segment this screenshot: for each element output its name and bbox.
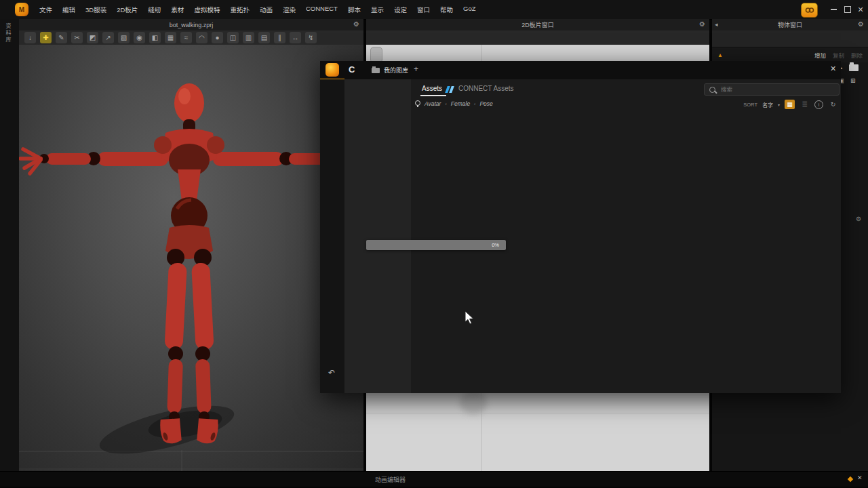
- pattern-2d-titlebar[interactable]: 2D板片窗口 ⚙: [366, 19, 709, 31]
- info-icon[interactable]: i: [814, 100, 823, 109]
- minimize-button[interactable]: [827, 0, 840, 19]
- fold-arrange-icon[interactable]: ◧: [149, 32, 161, 43]
- library-vertical-tab[interactable]: 资料库: [4, 23, 12, 43]
- animation-editor-label[interactable]: 动画编辑器: [375, 475, 406, 484]
- pen-tool-icon[interactable]: ✎: [56, 32, 67, 43]
- sphere-tool-icon[interactable]: ●: [212, 32, 223, 43]
- chevron-down-icon[interactable]: ▾: [778, 102, 780, 107]
- library-window: C 我的图库 + ✕ Assets CONNECT Assets Avatar …: [320, 61, 841, 393]
- menu-item-10[interactable]: CONNECT: [306, 5, 338, 14]
- menu-item-0[interactable]: 文件: [39, 5, 52, 14]
- menu-item-9[interactable]: 渲染: [283, 5, 296, 14]
- tab-assets[interactable]: Assets: [422, 85, 442, 92]
- sort-value[interactable]: 名字: [762, 101, 773, 108]
- property-gear-icon[interactable]: ⚙: [856, 216, 861, 222]
- breadcrumb-female[interactable]: Female: [451, 100, 470, 107]
- object-window-titlebar[interactable]: ◂ 物体窗口 ⚙: [712, 19, 868, 31]
- breadcrumb-pose[interactable]: Pose: [479, 100, 492, 107]
- back-arrow-button[interactable]: ↶: [328, 368, 335, 378]
- menu-item-11[interactable]: 脚本: [348, 5, 361, 14]
- tab-connect-assets[interactable]: CONNECT Assets: [458, 85, 514, 92]
- gear-icon[interactable]: ⚙: [699, 20, 705, 28]
- object-window-actions: ▲ 增加 复制 删除: [712, 47, 868, 62]
- folder-icon: [372, 68, 380, 73]
- left-dock-strip: 资料库: [0, 19, 20, 471]
- add-library-tab-button[interactable]: +: [414, 64, 418, 74]
- assets-tab-underline: [420, 95, 446, 96]
- robot-avatar[interactable]: [19, 45, 363, 471]
- menu-item-7[interactable]: 重拓扑: [230, 5, 250, 14]
- toolbar-2d: [366, 30, 709, 45]
- menu-item-12[interactable]: 显示: [371, 5, 384, 14]
- dock-arrow-icon[interactable]: ◂: [715, 21, 718, 28]
- bottom-close-icon[interactable]: ✕: [857, 474, 863, 481]
- menu-item-15[interactable]: 帮助: [440, 5, 453, 14]
- fit-mannequin-icon[interactable]: ◫: [227, 32, 239, 43]
- menu-item-1[interactable]: 编辑: [62, 5, 75, 14]
- tape-tool-icon[interactable]: ▤: [258, 32, 270, 43]
- progress-percent: 0%: [492, 242, 499, 248]
- measure-icon[interactable]: ∥: [274, 32, 285, 43]
- restore-button[interactable]: [842, 0, 854, 19]
- menu-item-6[interactable]: 虚拟模特: [194, 5, 220, 14]
- menu-item-4[interactable]: 缝纫: [148, 5, 161, 14]
- gear-icon[interactable]: ⚙: [858, 20, 864, 28]
- sort-row: SORT 名字 ▾ ▦ ☰ i ↻: [743, 100, 838, 109]
- menu-item-8[interactable]: 动画: [260, 5, 273, 14]
- menu-bar: M 文件编辑3D服装2D板片缝纫素材虚拟模特重拓扑动画渲染CONNECT脚本显示…: [0, 0, 868, 20]
- menu-item-13[interactable]: 设定: [394, 5, 407, 14]
- pin-sphere-icon[interactable]: ◉: [134, 32, 145, 43]
- library-rail: [320, 79, 344, 393]
- app-logo-icon[interactable]: M: [15, 3, 28, 16]
- close-button[interactable]: ✕: [854, 0, 867, 19]
- add-button[interactable]: 增加: [814, 51, 826, 59]
- sew-segment-icon[interactable]: ▧: [118, 32, 130, 43]
- object-window-tabs: [712, 30, 868, 47]
- walk-pose-icon[interactable]: ↯: [305, 32, 317, 43]
- mouse-cursor: [465, 310, 475, 328]
- menu-items: 文件编辑3D服装2D板片缝纫素材虚拟模特重拓扑动画渲染CONNECT脚本显示设定…: [39, 5, 475, 14]
- menu-item-16[interactable]: GoZ: [463, 5, 475, 14]
- panel-add-icon[interactable]: ⊞: [850, 77, 856, 84]
- location-pin-icon: [415, 100, 420, 106]
- remesh-grid-icon[interactable]: ▦: [165, 32, 176, 43]
- library-close-button[interactable]: ✕: [830, 64, 836, 73]
- search-icon: [709, 87, 715, 93]
- my-library-tab-label: 我的图库: [384, 66, 408, 75]
- history-drop-icon[interactable]: ↓: [24, 32, 36, 43]
- steam-tool-icon[interactable]: ≈: [180, 32, 192, 43]
- edit-sew-icon[interactable]: ✂: [71, 32, 83, 43]
- tape-attach-icon[interactable]: ▥: [243, 32, 254, 43]
- gear-icon[interactable]: ⚙: [353, 20, 359, 28]
- menu-item-2[interactable]: 3D服装: [85, 5, 106, 14]
- delete-button[interactable]: 删除: [851, 51, 863, 59]
- viewport-3d-titlebar[interactable]: bot_walking.zprj ⚙: [19, 19, 363, 31]
- breadcrumb-sep: ›: [445, 102, 446, 106]
- library-search[interactable]: [704, 83, 840, 96]
- zbrush-goz-badge[interactable]: [801, 3, 818, 18]
- connect-refresh-icon[interactable]: C: [349, 64, 355, 75]
- folder-icon[interactable]: [849, 64, 859, 71]
- grid-view-button[interactable]: ▦: [785, 100, 795, 109]
- move-gizmo-icon[interactable]: ✚: [40, 32, 52, 43]
- sort-label: SORT: [743, 102, 757, 108]
- search-input[interactable]: [719, 85, 824, 94]
- zbrush-knot-icon: [805, 6, 814, 14]
- breadcrumb-avatar[interactable]: Avatar: [425, 100, 441, 107]
- select-box-icon[interactable]: ◩: [87, 32, 98, 43]
- connect-logo-icon: [446, 86, 454, 93]
- list-view-button[interactable]: ☰: [800, 100, 810, 109]
- pin-tool-icon[interactable]: ↗: [102, 32, 114, 43]
- curve-brush-icon[interactable]: ◠: [196, 32, 208, 43]
- project-title: bot_walking.zprj: [170, 22, 214, 28]
- flatten-icon[interactable]: ↔: [290, 32, 301, 43]
- menu-item-5[interactable]: 素材: [171, 5, 184, 14]
- menu-item-3[interactable]: 2D板片: [117, 5, 138, 14]
- copy-button[interactable]: 复制: [833, 51, 844, 59]
- my-library-tab[interactable]: 我的图库: [365, 61, 415, 79]
- scene-3d[interactable]: [19, 45, 363, 471]
- refresh-icon[interactable]: ↻: [828, 100, 838, 109]
- download-progress-bar: 0%: [366, 240, 506, 250]
- breadcrumb: Avatar › Female › Pose: [415, 100, 493, 107]
- menu-item-14[interactable]: 窗口: [417, 5, 430, 14]
